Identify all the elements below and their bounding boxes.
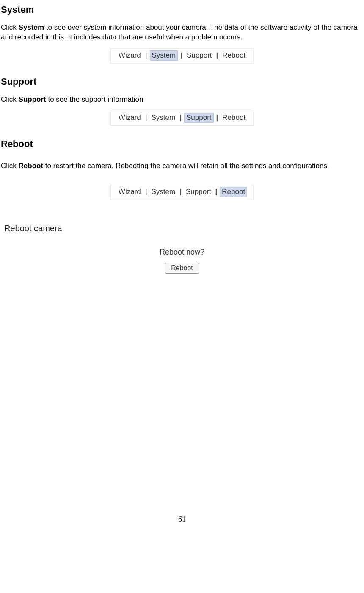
nav-separator: | xyxy=(179,114,182,122)
page-number: 61 xyxy=(0,515,364,524)
nav-item-reboot[interactable]: Reboot xyxy=(220,187,247,197)
paragraph-system: Click System to see over system informat… xyxy=(0,23,364,42)
nav-separator: | xyxy=(216,51,218,60)
nav-bar-reboot: Wizard | System | Support | Reboot xyxy=(110,185,254,200)
nav-separator: | xyxy=(179,188,182,196)
text: Click xyxy=(1,95,19,103)
nav-item-wizard[interactable]: Wizard xyxy=(117,113,143,122)
heading-support: Support xyxy=(0,76,364,87)
reboot-panel: Reboot camera Reboot now? Reboot xyxy=(0,221,364,274)
text: to see over system information about you… xyxy=(1,23,358,41)
nav-item-system[interactable]: System xyxy=(150,113,177,122)
reboot-button[interactable]: Reboot xyxy=(165,263,199,274)
nav-bar-system: Wizard | System | Support | Reboot xyxy=(110,48,254,64)
text-bold: Support xyxy=(19,95,46,103)
nav-item-reboot[interactable]: Reboot xyxy=(221,113,247,122)
text: to see the support information xyxy=(46,95,143,103)
nav-item-support[interactable]: Support xyxy=(185,51,214,60)
nav-separator: | xyxy=(145,51,147,60)
nav-separator: | xyxy=(180,51,182,60)
nav-bar-support: Wizard | System | Support | Reboot xyxy=(110,111,254,126)
heading-reboot: Reboot xyxy=(0,139,364,150)
text: to restart the camera. Rebooting the cam… xyxy=(43,162,329,170)
nav-item-system[interactable]: System xyxy=(150,50,178,61)
nav-item-reboot[interactable]: Reboot xyxy=(221,51,247,60)
nav-item-wizard[interactable]: Wizard xyxy=(117,187,143,197)
text-bold: System xyxy=(19,23,44,31)
nav-separator: | xyxy=(215,188,218,196)
heading-system: System xyxy=(0,4,364,15)
nav-item-wizard[interactable]: Wizard xyxy=(117,51,143,60)
nav-separator: | xyxy=(145,188,147,196)
text: Click xyxy=(1,162,19,170)
nav-item-support[interactable]: Support xyxy=(184,113,214,123)
nav-separator: | xyxy=(216,114,218,122)
nav-separator: | xyxy=(145,114,147,122)
nav-item-support[interactable]: Support xyxy=(184,187,213,197)
text: Click xyxy=(1,23,19,31)
reboot-question: Reboot now? xyxy=(3,248,361,257)
paragraph-reboot: Click Reboot to restart the camera. Rebo… xyxy=(0,161,364,171)
nav-item-system[interactable]: System xyxy=(150,187,177,197)
paragraph-support: Click Support to see the support informa… xyxy=(0,95,364,105)
reboot-panel-title: Reboot camera xyxy=(4,224,361,233)
text-bold: Reboot xyxy=(19,162,44,170)
